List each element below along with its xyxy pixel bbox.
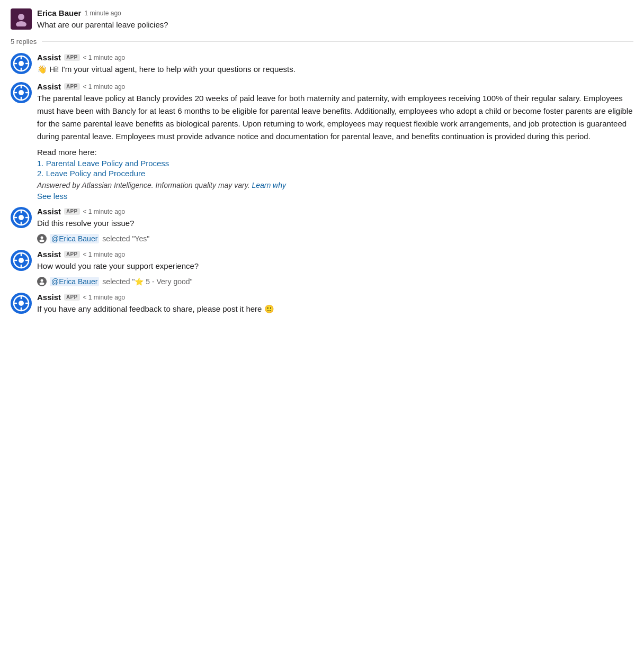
user-action-2: @Erica Bauer selected "⭐ 5 - Very good" <box>37 277 633 286</box>
user-action-1: @Erica Bauer selected "Yes" <box>37 234 633 243</box>
svg-point-27 <box>19 258 24 263</box>
assist-avatar-3 <box>11 207 32 228</box>
user-message-header: Erica Bauer 1 minute ago <box>37 8 633 17</box>
svg-point-11 <box>19 90 24 95</box>
assist-avatar-2 <box>11 82 32 103</box>
feedback-message: If you have any additional feedback to s… <box>37 303 633 315</box>
link-1-number: 1. <box>37 159 46 168</box>
assist-name-2: Assist <box>37 82 61 91</box>
answered-by-label: Answered by Atlassian Intelligence. Info… <box>37 181 250 189</box>
divider-line <box>42 41 633 42</box>
user-action-text-1: selected "Yes" <box>102 234 149 243</box>
answered-by-text: Answered by Atlassian Intelligence. Info… <box>37 181 633 189</box>
assist-message-5: Assist APP < 1 minute ago If you have an… <box>11 293 633 315</box>
user-action-text-2: selected "⭐ 5 - Very good" <box>102 277 192 286</box>
assist-badge-4: APP <box>64 251 79 258</box>
assist-message-3-content: Assist APP < 1 minute ago Did this resol… <box>37 207 633 243</box>
svg-point-36 <box>19 301 24 306</box>
user-avatar <box>11 8 32 30</box>
assist-avatar-1 <box>11 53 32 74</box>
replies-count: 5 replies <box>11 38 37 46</box>
svg-point-24 <box>40 240 44 242</box>
assist-name-4: Assist <box>37 250 61 259</box>
assist-message-4: Assist APP < 1 minute ago How would you … <box>11 250 633 286</box>
assist-avatar-4 <box>11 250 32 271</box>
assist-message-5-content: Assist APP < 1 minute ago If you have an… <box>37 293 633 315</box>
user-name: Erica Bauer <box>37 8 81 17</box>
assist-name-5: Assist <box>37 293 61 302</box>
assist-message-1-content: Assist APP < 1 minute ago 👋 Hi! I'm your… <box>37 53 633 76</box>
assist-greeting: 👋 Hi! I'm your virtual agent, here to he… <box>37 63 633 76</box>
assist-header-4: Assist APP < 1 minute ago <box>37 250 633 259</box>
user-action-icon-2 <box>37 277 47 286</box>
user-message: Erica Bauer 1 minute ago What are our pa… <box>11 8 633 31</box>
assist-timestamp-1: < 1 minute ago <box>83 54 126 61</box>
svg-point-33 <box>40 283 44 285</box>
svg-point-4 <box>19 61 24 66</box>
assist-message-2-content: Assist APP < 1 minute ago The parental l… <box>37 82 633 201</box>
link-leave-policy[interactable]: 2. Leave Policy and Procedure <box>37 169 633 178</box>
link-2-label: Leave Policy and Procedure <box>46 169 146 178</box>
assist-timestamp-3: < 1 minute ago <box>83 208 126 215</box>
assist-timestamp-5: < 1 minute ago <box>83 294 126 301</box>
assist-name-1: Assist <box>37 53 61 62</box>
user-question: What are our parental leave policies? <box>37 19 633 31</box>
user-action-icon-1 <box>37 234 47 243</box>
svg-point-32 <box>41 279 43 282</box>
assist-message-2: Assist APP < 1 minute ago The parental l… <box>11 82 633 201</box>
see-less-link[interactable]: See less <box>37 192 633 201</box>
user-mention-1: @Erica Bauer <box>50 234 99 243</box>
link-1-label: Parental Leave Policy and Process <box>46 159 169 168</box>
assist-message-3: Assist APP < 1 minute ago Did this resol… <box>11 207 633 243</box>
assist-badge-1: APP <box>64 54 79 61</box>
svg-point-0 <box>18 14 24 20</box>
user-mention-2: @Erica Bauer <box>50 277 99 286</box>
replies-divider: 5 replies <box>11 38 633 46</box>
assist-timestamp-4: < 1 minute ago <box>83 251 126 258</box>
assist-header-5: Assist APP < 1 minute ago <box>37 293 633 302</box>
assist-message-1: Assist APP < 1 minute ago 👋 Hi! I'm your… <box>11 53 633 76</box>
link-parental-leave[interactable]: 1. Parental Leave Policy and Process <box>37 159 633 168</box>
link-2-number: 2. <box>37 169 46 178</box>
assist-header-3: Assist APP < 1 minute ago <box>37 207 633 216</box>
user-message-content: Erica Bauer 1 minute ago What are our pa… <box>37 8 633 31</box>
svg-point-1 <box>16 21 26 26</box>
assist-message-4-content: Assist APP < 1 minute ago How would you … <box>37 250 633 286</box>
read-more-label: Read more here: <box>37 146 633 159</box>
assist-timestamp-2: < 1 minute ago <box>83 83 126 90</box>
assist-badge-5: APP <box>64 294 79 301</box>
resolve-question: Did this resolve your issue? <box>37 217 633 230</box>
svg-point-23 <box>41 237 43 239</box>
learn-why-link[interactable]: Learn why <box>252 181 286 189</box>
assist-avatar-5 <box>11 293 32 314</box>
policy-details: The parental leave policy at Bancly prov… <box>37 92 633 143</box>
svg-point-18 <box>19 215 24 220</box>
assist-name-3: Assist <box>37 207 61 216</box>
rate-question: How would you rate your support experien… <box>37 260 633 273</box>
assist-badge-2: APP <box>64 83 79 90</box>
user-timestamp: 1 minute ago <box>84 10 121 17</box>
assist-header-1: Assist APP < 1 minute ago <box>37 53 633 62</box>
read-more-section: Read more here: 1. Parental Leave Policy… <box>37 146 633 178</box>
assist-badge-3: APP <box>64 208 79 215</box>
assist-header-2: Assist APP < 1 minute ago <box>37 82 633 91</box>
